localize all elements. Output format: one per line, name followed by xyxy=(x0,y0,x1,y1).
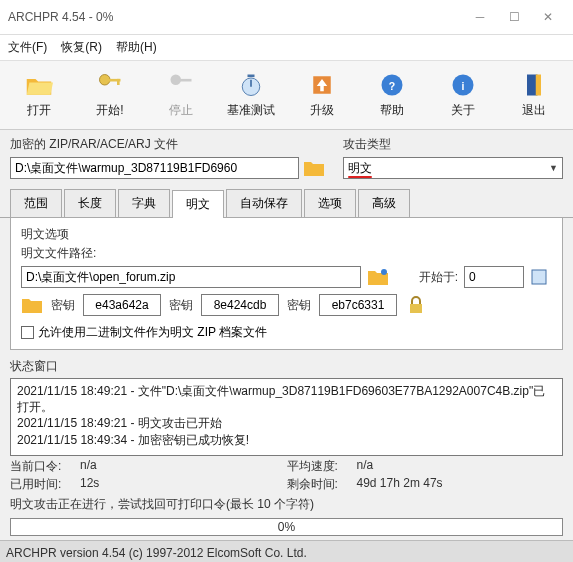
stats-grid: 当前口令: n/a 平均速度: n/a 已用时间: 12s 剩余时间: 49d … xyxy=(0,456,573,495)
key1-label: 密钥 xyxy=(51,297,75,314)
svg-point-15 xyxy=(381,269,387,275)
remaining-value: 49d 17h 2m 47s xyxy=(357,476,564,493)
svg-rect-16 xyxy=(532,270,546,284)
about-button[interactable]: i 关于 xyxy=(428,67,499,123)
progress-bar: 0% xyxy=(10,518,563,536)
benchmark-button[interactable]: 基准测试 xyxy=(216,67,287,123)
open-button[interactable]: 打开 xyxy=(4,67,75,123)
log-line: 2021/11/15 18:49:21 - 文件"D:\桌面文件\warmup_… xyxy=(17,383,556,415)
log-line: 2021/11/15 18:49:21 - 明文攻击已开始 xyxy=(17,415,556,431)
open-icon xyxy=(25,71,53,99)
tab-autosave[interactable]: 自动保存 xyxy=(226,189,302,217)
encrypted-file-input[interactable] xyxy=(10,157,299,179)
svg-rect-2 xyxy=(117,79,120,85)
key3-input[interactable] xyxy=(319,294,397,316)
exit-icon xyxy=(520,71,548,99)
lock-icon[interactable] xyxy=(405,294,427,316)
svg-text:?: ? xyxy=(389,80,395,92)
tab-length[interactable]: 长度 xyxy=(64,189,116,217)
status-message: 明文攻击正在进行，尝试找回可打印口令(最长 10 个字符) xyxy=(0,495,573,514)
elapsed-label: 已用时间: xyxy=(10,476,80,493)
key-icon xyxy=(96,71,124,99)
start-at-input[interactable] xyxy=(464,266,524,288)
exit-button[interactable]: 退出 xyxy=(498,67,569,123)
clock-icon xyxy=(237,71,265,99)
svg-rect-17 xyxy=(410,304,422,313)
current-pw-label: 当前口令: xyxy=(10,458,80,475)
titlebar: ARCHPR 4.54 - 0% ─ ☐ ✕ xyxy=(0,0,573,35)
avg-speed-value: n/a xyxy=(357,458,564,475)
log-line: 2021/11/15 18:49:34 - 加密密钥已成功恢复! xyxy=(17,432,556,448)
upgrade-button[interactable]: 升级 xyxy=(287,67,358,123)
chevron-down-icon: ▼ xyxy=(549,163,558,173)
plaintext-path-input[interactable] xyxy=(21,266,361,288)
menu-recover[interactable]: 恢复(R) xyxy=(61,39,102,56)
key1-input[interactable] xyxy=(83,294,161,316)
svg-rect-14 xyxy=(535,75,540,96)
avg-speed-label: 平均速度: xyxy=(287,458,357,475)
key3-label: 密钥 xyxy=(287,297,311,314)
window-title: ARCHPR 4.54 - 0% xyxy=(8,10,463,24)
status-panel: 状态窗口 2021/11/15 18:49:21 - 文件"D:\桌面文件\wa… xyxy=(10,358,563,456)
status-title: 状态窗口 xyxy=(10,358,563,375)
tabs: 范围 长度 字典 明文 自动保存 选项 高级 xyxy=(0,189,573,218)
key1-icon[interactable] xyxy=(21,294,43,316)
svg-rect-4 xyxy=(179,79,191,82)
stop-icon xyxy=(167,71,195,99)
close-button[interactable]: ✕ xyxy=(531,6,565,28)
start-at-label: 开始于: xyxy=(419,269,458,286)
tab-options[interactable]: 选项 xyxy=(304,189,356,217)
panel-title: 明文选项 xyxy=(21,226,552,243)
key2-label: 密钥 xyxy=(169,297,193,314)
tab-dict[interactable]: 字典 xyxy=(118,189,170,217)
browse-plaintext-icon[interactable] xyxy=(367,266,389,288)
remaining-label: 剩余时间: xyxy=(287,476,357,493)
help-icon: ? xyxy=(378,71,406,99)
log-box[interactable]: 2021/11/15 18:49:21 - 文件"D:\桌面文件\warmup_… xyxy=(10,378,563,456)
attack-type-dropdown[interactable]: 明文 ▼ xyxy=(343,157,563,179)
info-icon: i xyxy=(449,71,477,99)
menu-file[interactable]: 文件(F) xyxy=(8,39,47,56)
menu-help[interactable]: 帮助(H) xyxy=(116,39,157,56)
svg-rect-7 xyxy=(248,75,255,78)
elapsed-value: 12s xyxy=(80,476,287,493)
stop-button: 停止 xyxy=(145,67,216,123)
upgrade-icon xyxy=(308,71,336,99)
allow-binary-label: 允许使用二进制文件作为明文 ZIP 档案文件 xyxy=(38,324,267,341)
start-button[interactable]: 开始! xyxy=(75,67,146,123)
statusbar: ARCHPR version 4.54 (c) 1997-2012 ElcomS… xyxy=(0,540,573,562)
current-pw-value: n/a xyxy=(80,458,287,475)
attack-type-value: 明文 xyxy=(348,160,372,177)
attack-type-label: 攻击类型 xyxy=(343,136,563,153)
toolbar: 打开 开始! 停止 基准测试 升级 ? 帮助 i 关于 退出 xyxy=(0,61,573,130)
tab-plaintext[interactable]: 明文 xyxy=(172,190,224,218)
start-at-icon[interactable] xyxy=(530,266,552,288)
allow-binary-checkbox[interactable] xyxy=(21,326,34,339)
minimize-button[interactable]: ─ xyxy=(463,6,497,28)
path-label: 明文文件路径: xyxy=(21,245,552,262)
params-row: 加密的 ZIP/RAR/ACE/ARJ 文件 攻击类型 明文 ▼ xyxy=(0,130,573,185)
tab-range[interactable]: 范围 xyxy=(10,189,62,217)
key2-input[interactable] xyxy=(201,294,279,316)
browse-icon[interactable] xyxy=(303,157,325,179)
help-button[interactable]: ? 帮助 xyxy=(357,67,428,123)
encrypted-file-label: 加密的 ZIP/RAR/ACE/ARJ 文件 xyxy=(10,136,325,153)
plaintext-panel: 明文选项 明文文件路径: 开始于: 密钥 密钥 密钥 允许使用二进制文件作为明文… xyxy=(10,218,563,350)
menubar: 文件(F) 恢复(R) 帮助(H) xyxy=(0,35,573,61)
svg-text:i: i xyxy=(462,80,465,92)
maximize-button[interactable]: ☐ xyxy=(497,6,531,28)
tab-advanced[interactable]: 高级 xyxy=(358,189,410,217)
